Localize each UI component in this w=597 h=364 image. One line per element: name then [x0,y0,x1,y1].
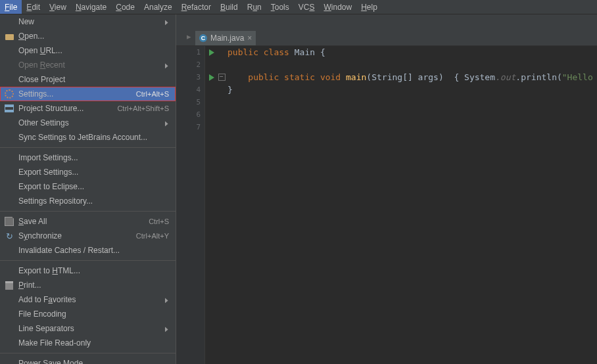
menu-separator [0,147,176,148]
submenu-arrow-icon: ▶ [165,120,168,127]
shortcut-label: Ctrl+S [149,217,169,225]
menu-separator [0,260,176,261]
run-icon[interactable] [205,71,218,83]
menu-item-label: Other Settings [18,118,164,127]
menu-item-label: Export to Eclipse... [18,182,169,191]
run-gutter [205,46,218,83]
editor-tab-bar: ▸ C Main.java × [176,14,597,46]
menu-window[interactable]: Window [319,0,356,14]
menu-item-add-favorites[interactable]: Add to Favorites▶ [0,292,176,307]
file-dropdown: New▶ Open... Open URL... Open Recent▶ Cl… [0,14,176,364]
print-icon [4,280,14,290]
fold-toggle-icon[interactable] [217,71,226,83]
menu-run[interactable]: Run [243,0,266,14]
menu-item-save-all[interactable]: Save All Ctrl+S [0,214,176,229]
java-class-icon: C [199,34,207,42]
menu-tools[interactable]: Tools [266,0,294,14]
menu-refactor[interactable]: Refactor [177,0,216,14]
menu-item-export-settings[interactable]: Export Settings... [0,165,176,179]
folder-icon [4,31,14,41]
menu-vcs[interactable]: VCS [294,0,320,14]
menu-bar: File Edit View Navigate Code Analyze Ref… [0,0,597,14]
menu-item-label: Make File Read-only [18,338,169,348]
menu-item-settings-repository[interactable]: Settings Repository... [0,194,176,208]
menu-item-settings[interactable]: Settings... Ctrl+Alt+S [0,87,176,101]
submenu-arrow-icon: ▶ [165,62,168,69]
menu-item-label: Export to HTML... [18,266,169,275]
menu-item-invalidate-caches[interactable]: Invalidate Caches / Restart... [0,243,176,258]
menu-item-label: Add to Favorites [18,295,164,304]
menu-item-label: Project Structure... [18,104,117,113]
code-area[interactable]: public class Main { public static void m… [227,46,597,364]
sync-icon [4,231,14,241]
menu-file[interactable]: File [0,0,22,14]
submenu-arrow-icon: ▶ [165,325,168,332]
menu-item-label: Close Project [18,75,169,84]
menu-view[interactable]: View [45,0,71,14]
menu-separator [0,211,176,212]
fold-gutter [217,46,226,83]
menu-item-other-settings[interactable]: Other Settings▶ [0,116,176,130]
menu-item-label: File Encoding [18,309,169,319]
menu-build[interactable]: Build [216,0,243,14]
save-icon [4,216,14,227]
line-number: 2 [176,58,204,71]
menu-item-label: Power Save Mode [18,359,169,364]
menu-item-export-html[interactable]: Export to HTML... [0,263,176,278]
menu-item-export-eclipse[interactable]: Export to Eclipse... [0,179,176,194]
menu-code[interactable]: Code [111,0,139,14]
line-number-gutter: 1 2 3 4 5 6 7 [176,46,205,364]
line-number: 6 [176,108,204,121]
structure-icon [4,103,14,114]
line-number: 4 [176,83,204,96]
line-number: 1 [176,46,204,58]
menu-item-project-structure[interactable]: Project Structure... Ctrl+Alt+Shift+S [0,101,176,116]
tab-label: Main.java [210,34,244,43]
menu-item-label: Synchronize [18,231,136,240]
menu-item-label: Print... [18,281,169,290]
menu-item-open-recent[interactable]: Open Recent▶ [0,58,176,72]
menu-analyze[interactable]: Analyze [139,0,177,14]
menu-item-read-only[interactable]: Make File Read-only [0,336,176,350]
menu-item-sync-jetbrains[interactable]: Sync Settings to JetBrains Account... [0,130,176,145]
menu-separator [0,353,176,353]
menu-item-close-project[interactable]: Close Project [0,72,176,87]
line-number: 7 [176,121,204,133]
menu-item-label: Settings Repository... [18,196,169,206]
menu-item-label: Settings... [18,89,136,99]
menu-help[interactable]: Help [356,0,382,14]
shortcut-label: Ctrl+Alt+Y [136,232,169,240]
menu-item-file-encoding[interactable]: File Encoding [0,307,176,321]
menu-item-label: Open... [18,32,169,41]
editor-tab-main-java[interactable]: C Main.java × [195,31,256,45]
menu-edit[interactable]: Edit [22,0,45,14]
close-tab-icon[interactable]: × [247,34,252,43]
menu-item-open[interactable]: Open... [0,29,176,43]
menu-item-import-settings[interactable]: Import Settings... [0,150,176,165]
run-icon[interactable] [205,46,218,58]
line-number: 3 [176,71,204,83]
line-number: 5 [176,96,204,108]
editor-pane: ▸ C Main.java × 1 2 3 4 5 6 7 public cla… [176,14,597,364]
submenu-arrow-icon: ▶ [165,296,168,304]
menu-item-print[interactable]: Print... [0,278,176,292]
tab-scroll-left-icon[interactable]: ▸ [183,32,195,45]
menu-item-label: Import Settings... [18,153,169,162]
menu-item-label: New [18,17,164,26]
menu-item-label: Open Recent [18,60,164,70]
menu-item-line-separators[interactable]: Line Separators▶ [0,321,176,336]
menu-navigate[interactable]: Navigate [71,0,111,14]
menu-item-label: Export Settings... [18,168,169,177]
menu-item-open-url[interactable]: Open URL... [0,43,176,58]
menu-item-power-save[interactable]: Power Save Mode [0,356,176,364]
menu-item-label: Sync Settings to JetBrains Account... [18,133,169,142]
menu-item-label: Save All [18,217,149,226]
menu-item-label: Open URL... [18,46,169,55]
menu-item-label: Line Separators [18,324,164,333]
menu-item-new[interactable]: New▶ [0,14,176,29]
shortcut-label: Ctrl+Alt+S [136,90,169,98]
menu-item-synchronize[interactable]: Synchronize Ctrl+Alt+Y [0,229,176,243]
submenu-arrow-icon: ▶ [165,18,168,26]
shortcut-label: Ctrl+Alt+Shift+S [117,104,169,112]
menu-item-label: Invalidate Caches / Restart... [18,246,169,255]
